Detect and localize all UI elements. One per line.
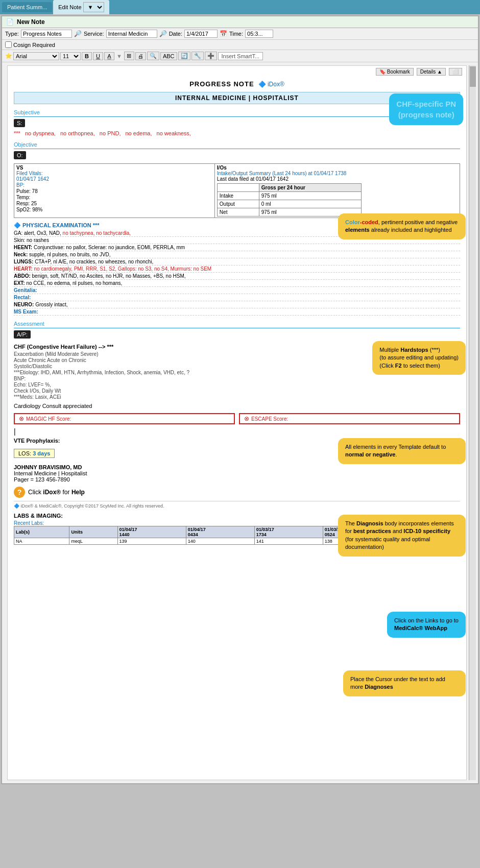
ap-prefix-box: A/P: bbox=[14, 329, 460, 340]
star-icon[interactable]: ⭐ bbox=[5, 53, 12, 59]
table-button[interactable]: ⊞ bbox=[124, 52, 134, 60]
callout-chf-pn: CHF-specific PN(progress note) bbox=[389, 93, 463, 125]
sym-1: *** bbox=[14, 130, 20, 136]
labs-col1-header: Lab(s) bbox=[14, 526, 69, 538]
chf-cardio: Cardiology Consult appreciated bbox=[14, 403, 460, 409]
help-text: Click iDox® for Help bbox=[28, 489, 85, 496]
labs-col3-header: 01/04/17 bbox=[119, 527, 137, 532]
provider-pager: Pager = 123 456-7890 bbox=[14, 476, 460, 483]
callout-normal-negative: All elements in every Template default t… bbox=[338, 438, 466, 464]
pe-neuro-line: NEURO: Grossly intact, bbox=[14, 302, 460, 308]
ios-label: I/Os bbox=[217, 165, 227, 171]
pe-neck: supple, nl pulses, no bruits, no JVD, bbox=[29, 252, 111, 257]
objective-prefix-box: O: bbox=[14, 150, 460, 160]
tab-patient-summary[interactable]: Patient Summ... bbox=[2, 2, 52, 12]
pe-heent: Conjunctivae: no pallor, Sclerae: no jau… bbox=[34, 245, 185, 250]
bold-button[interactable]: B bbox=[82, 52, 92, 60]
pe-ext: no CCE, no edema, nl pulses, no homans, bbox=[26, 280, 122, 286]
provider-title: Internal Medicine | Hospitalist bbox=[14, 470, 460, 476]
pe-abdo-line: ABDO: benign, soft, NT/ND, no Ascites, n… bbox=[14, 273, 460, 280]
maggic-score-box[interactable]: ⊗ MAGGIC HF Score: bbox=[14, 413, 235, 424]
pe-neck-line: Neck: supple, nl pulses, no bruits, no J… bbox=[14, 252, 460, 258]
doc-title: PROGRESS NOTE bbox=[189, 80, 254, 88]
tab-edit-note[interactable]: Edit Note ▼ bbox=[53, 0, 109, 14]
calendar-icon[interactable]: 📅 bbox=[220, 30, 227, 37]
callout-cursor: Place the Cursor under the text to add m… bbox=[343, 670, 466, 696]
cosign-checkbox[interactable] bbox=[5, 41, 12, 48]
ios-inner-table: Gross per 24 hour Intake 975 ml Output 0… bbox=[217, 183, 362, 216]
help-row: ? Click iDox® for Help bbox=[14, 487, 460, 498]
details-button[interactable]: Details ▲ bbox=[417, 68, 446, 76]
size-select[interactable]: 11 bbox=[60, 52, 81, 60]
maggic-label: MAGGIC HF Score: bbox=[26, 416, 71, 422]
temp-row: Temp: bbox=[16, 195, 212, 200]
ios-filed: Last data filed at 01/04/17 1642 bbox=[217, 176, 289, 182]
vitals-table: VS Filed Vitals: 01/04/17 1642 BP: Pulse… bbox=[14, 163, 460, 218]
los-box: LOS: 3 days bbox=[14, 449, 55, 458]
bookmark-bar: 🔖 Bookmark Details ▲ ⬜ bbox=[376, 68, 462, 76]
print-button[interactable]: 🖨 bbox=[135, 52, 146, 60]
time-input[interactable] bbox=[245, 30, 273, 38]
copyright-icon: 🔷 bbox=[14, 503, 19, 509]
escape-score-box[interactable]: ⊗ ESCAPE Score: bbox=[239, 413, 460, 424]
cursor-line[interactable]: | bbox=[14, 427, 460, 436]
pe-lungs-line: LUNGS: CTA+P, nl A/E, no crackles, no wh… bbox=[14, 259, 460, 266]
pe-heart: no cardiomegaly, PMI, RRR, S1, S2, Gallo… bbox=[34, 266, 211, 272]
ios-output-val: 0 ml bbox=[259, 200, 361, 208]
ap-box: A/P: bbox=[14, 330, 31, 339]
tab-dropdown[interactable]: ▼ bbox=[83, 2, 104, 12]
tool1-button[interactable]: 🔄 bbox=[178, 52, 190, 60]
note-container: 📄 New Note Type: 🔎 Service: 🔎 Date: 📅 Ti… bbox=[1, 15, 479, 784]
service-input[interactable] bbox=[106, 30, 157, 38]
pe-ga-neg: no tachypnea, no tachycardia, bbox=[63, 230, 131, 236]
labs-na-label: NA bbox=[14, 538, 69, 545]
filed-vitals: Filed Vitals: 01/04/17 1642 bbox=[16, 171, 49, 182]
type-icon[interactable]: 🔎 bbox=[74, 30, 82, 37]
idox-logo[interactable]: 🔷 iDox® bbox=[258, 81, 284, 88]
underline-button[interactable]: U bbox=[93, 52, 103, 60]
service-icon[interactable]: 🔎 bbox=[159, 30, 167, 37]
type-input[interactable] bbox=[21, 30, 72, 38]
vte-label: VTE Prophylaxis: bbox=[14, 438, 60, 444]
new-note-icon: 📄 bbox=[6, 18, 14, 26]
toolbar-row-cosign: Cosign Required bbox=[2, 40, 478, 50]
resp-row: Resp: 25 bbox=[16, 201, 212, 206]
ios-cell: I/Os Intake/Output Summary (Last 24 hour… bbox=[214, 164, 460, 218]
formatting-bar: ⭐ Arial 11 B U A ▼ ⊞ 🖨 🔍 ABC 🔄 🔧 ➕ Inser… bbox=[2, 50, 478, 62]
pe-lungs: CTA+P, nl A/E, no crackles, no wheezes, … bbox=[35, 259, 153, 264]
pe-ms-line: MS Exam: bbox=[14, 309, 460, 316]
cosign-label[interactable]: Cosign Required bbox=[5, 41, 55, 48]
labs-col2-header: Units bbox=[69, 526, 117, 538]
add-button[interactable]: ➕ bbox=[205, 52, 217, 60]
ios-net-label: Net bbox=[217, 208, 259, 216]
sym-orthopnea: no orthopnea, bbox=[60, 130, 95, 136]
time-label: Time: bbox=[229, 31, 243, 37]
objective-label: Objective bbox=[14, 141, 460, 148]
ios-gross: Gross per 24 hour bbox=[259, 184, 361, 192]
bookmark-icon: 🔖 bbox=[379, 69, 386, 75]
maggic-icon: ⊗ bbox=[19, 415, 24, 422]
font-select[interactable]: Arial bbox=[13, 52, 59, 60]
pe-ga: GA: alert, Ox3, NAD, bbox=[14, 230, 61, 236]
insert-smart-button[interactable]: Insert SmartT... bbox=[218, 52, 263, 60]
color-button[interactable]: A bbox=[104, 52, 114, 60]
date-input[interactable] bbox=[184, 30, 218, 38]
bookmark-button[interactable]: 🔖 Bookmark bbox=[376, 68, 414, 76]
sym-dyspnea: no dyspnea, bbox=[25, 130, 56, 136]
toolbar-row-meta: Type: 🔎 Service: 🔎 Date: 📅 Time: bbox=[2, 28, 478, 40]
date-label: Date: bbox=[169, 31, 182, 37]
fullscreen-button[interactable]: ⬜ bbox=[449, 68, 462, 76]
help-icon[interactable]: ? bbox=[14, 487, 25, 498]
provider-section: JOHNNY BRAVISIMO, MD Internal Medicine |… bbox=[14, 464, 460, 483]
details-chevron: ▲ bbox=[437, 69, 442, 75]
pe-skin: Skin: no rashes bbox=[14, 237, 49, 243]
scrollbar[interactable] bbox=[469, 65, 476, 780]
pe-heart-line: HEART: no cardiomegaly, PMI, RRR, S1, S2… bbox=[14, 266, 460, 273]
sym-pnd: no PND, bbox=[100, 130, 121, 136]
ios-intake-val: 975 ml bbox=[259, 192, 361, 200]
ios-summary: Intake/Output Summary (Last 24 hours) at… bbox=[217, 171, 346, 176]
spell-button[interactable]: ABC bbox=[160, 52, 177, 60]
zoom-button[interactable]: 🔍 bbox=[147, 52, 159, 60]
tool2-button[interactable]: 🔧 bbox=[191, 52, 204, 60]
chf-meds: ***Meds: Lasix, ACEi bbox=[14, 394, 460, 400]
